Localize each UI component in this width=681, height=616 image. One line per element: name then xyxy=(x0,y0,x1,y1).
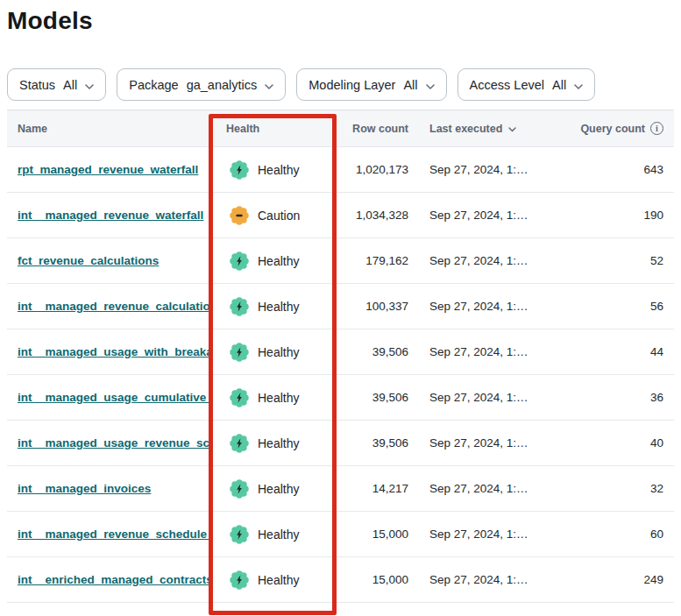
column-header-query-count: Query count i xyxy=(568,122,674,135)
model-link[interactable]: fct_revenue_calculations xyxy=(18,254,159,267)
model-link[interactable]: int__managed_revenue_waterfall xyxy=(18,209,203,222)
health-cell: Healthy xyxy=(210,343,333,362)
row-count-cell: 15,000 xyxy=(333,573,419,586)
table-row: int__managed_usage_cumulative_… Healthy … xyxy=(7,375,674,421)
health-label: Healthy xyxy=(258,300,299,314)
filter-package[interactable]: Package ga_analytics xyxy=(117,68,286,101)
health-cell: Healthy xyxy=(210,388,333,407)
healthy-icon xyxy=(230,388,249,407)
query-count-cell: 36 xyxy=(568,391,674,404)
model-link[interactable]: int__managed_usage_cumulative_… xyxy=(18,391,210,404)
filter-status[interactable]: Status All xyxy=(7,68,106,101)
healthy-icon xyxy=(230,251,249,271)
chevron-down-icon xyxy=(426,78,435,92)
table-row: fct_revenue_calculations Healthy 179,162… xyxy=(7,238,674,284)
table-row: int__managed_revenue_schedule_… Healthy … xyxy=(7,512,674,557)
healthy-icon xyxy=(230,434,249,453)
health-label: Healthy xyxy=(258,482,299,496)
query-count-cell: 249 xyxy=(568,573,674,586)
health-label: Healthy xyxy=(258,345,299,359)
page-title: Models xyxy=(7,7,681,35)
health-cell: Healthy xyxy=(210,251,333,271)
row-count-cell: 39,506 xyxy=(333,345,419,358)
column-header-last-executed[interactable]: Last executed xyxy=(419,122,568,135)
filter-bar: Status All Package ga_analytics Modeling… xyxy=(7,68,681,101)
last-executed-cell: Sep 27, 2024, 1:… xyxy=(419,254,568,267)
query-count-cell: 60 xyxy=(568,527,674,541)
health-label: Healthy xyxy=(258,573,299,587)
last-executed-cell: Sep 27, 2024, 1:… xyxy=(419,209,568,222)
last-executed-cell: Sep 27, 2024, 1:… xyxy=(419,573,568,586)
row-count-cell: 179,162 xyxy=(333,254,419,267)
models-page: Models Status All Package ga_analytics M… xyxy=(0,7,681,616)
model-link[interactable]: rpt_managed_revenue_waterfall xyxy=(18,163,198,176)
filter-value: All xyxy=(63,78,77,92)
filter-label: Access Level xyxy=(470,78,544,92)
models-table: Name Health Row count Last executed Quer… xyxy=(7,110,674,603)
health-cell: Healthy xyxy=(210,434,333,453)
healthy-icon xyxy=(230,297,249,316)
query-count-cell: 56 xyxy=(568,300,674,313)
query-count-cell: 643 xyxy=(568,163,674,176)
chevron-down-icon xyxy=(85,78,94,92)
filter-value: ga_analytics xyxy=(187,78,258,92)
row-count-cell: 100,337 xyxy=(333,300,419,313)
row-count-cell: 15,000 xyxy=(333,527,419,541)
chevron-down-icon xyxy=(574,78,583,92)
row-count-cell: 39,506 xyxy=(333,391,419,404)
healthy-icon xyxy=(230,525,249,544)
table-row: int__managed_revenue_waterfall Caution 1… xyxy=(7,193,674,238)
last-executed-cell: Sep 27, 2024, 1:… xyxy=(419,527,568,541)
last-executed-cell: Sep 27, 2024, 1:… xyxy=(419,163,568,176)
model-link[interactable]: int__managed_invoices xyxy=(18,482,151,495)
last-executed-cell: Sep 27, 2024, 1:… xyxy=(419,391,568,404)
table-row: int__managed_usage_revenue_sc… Healthy 3… xyxy=(7,421,674,466)
filter-label: Package xyxy=(129,78,178,92)
model-link[interactable]: int__managed_revenue_calculations xyxy=(18,300,210,313)
filter-value: All xyxy=(552,78,566,92)
healthy-icon xyxy=(230,343,249,362)
query-count-cell: 190 xyxy=(568,209,674,222)
health-cell: Healthy xyxy=(210,570,333,590)
column-header-label: Last executed xyxy=(429,123,502,135)
query-count-cell: 52 xyxy=(568,254,674,267)
row-count-cell: 39,506 xyxy=(333,436,419,450)
info-icon[interactable]: i xyxy=(650,122,663,135)
table-row: rpt_managed_revenue_waterfall Healthy 1,… xyxy=(7,147,674,193)
table-row: int__managed_invoices Healthy 14,217 Sep… xyxy=(7,466,674,512)
healthy-icon xyxy=(230,479,249,499)
model-link[interactable]: int__managed_revenue_schedule_… xyxy=(18,527,210,541)
healthy-icon xyxy=(230,570,249,590)
filter-modeling-layer[interactable]: Modeling Layer All xyxy=(296,68,446,101)
caution-icon xyxy=(230,206,249,225)
health-label: Healthy xyxy=(258,391,299,405)
filter-value: All xyxy=(403,78,417,92)
health-cell: Healthy xyxy=(210,525,333,544)
model-link[interactable]: int__enriched_managed_contracts xyxy=(18,573,210,586)
healthy-icon xyxy=(230,160,249,180)
row-count-cell: 14,217 xyxy=(333,482,419,495)
health-label: Healthy xyxy=(258,254,299,268)
query-count-cell: 32 xyxy=(568,482,674,495)
column-header-health: Health xyxy=(210,123,333,135)
health-cell: Healthy xyxy=(210,160,333,180)
health-label: Healthy xyxy=(258,163,299,177)
last-executed-cell: Sep 27, 2024, 1:… xyxy=(419,436,568,450)
health-label: Healthy xyxy=(258,527,299,542)
last-executed-cell: Sep 27, 2024, 1:… xyxy=(419,482,568,495)
column-header-label: Query count xyxy=(580,123,645,135)
filter-access-level[interactable]: Access Level All xyxy=(458,68,596,101)
table-row: int__enriched_managed_contracts Healthy … xyxy=(7,557,674,603)
health-cell: Healthy xyxy=(210,479,333,499)
row-count-cell: 1,020,173 xyxy=(333,163,419,176)
query-count-cell: 44 xyxy=(568,345,674,358)
sort-chevron-icon xyxy=(508,123,516,135)
health-label: Healthy xyxy=(258,436,299,450)
chevron-down-icon xyxy=(265,78,273,92)
row-count-cell: 1,034,328 xyxy=(333,209,419,222)
model-link[interactable]: int__managed_usage_with_breaka… xyxy=(18,345,210,358)
table-row: int__managed_usage_with_breaka… Healthy … xyxy=(7,329,674,375)
health-label: Caution xyxy=(258,209,300,223)
health-cell: Caution xyxy=(210,206,333,225)
model-link[interactable]: int__managed_usage_revenue_sc… xyxy=(18,436,210,450)
